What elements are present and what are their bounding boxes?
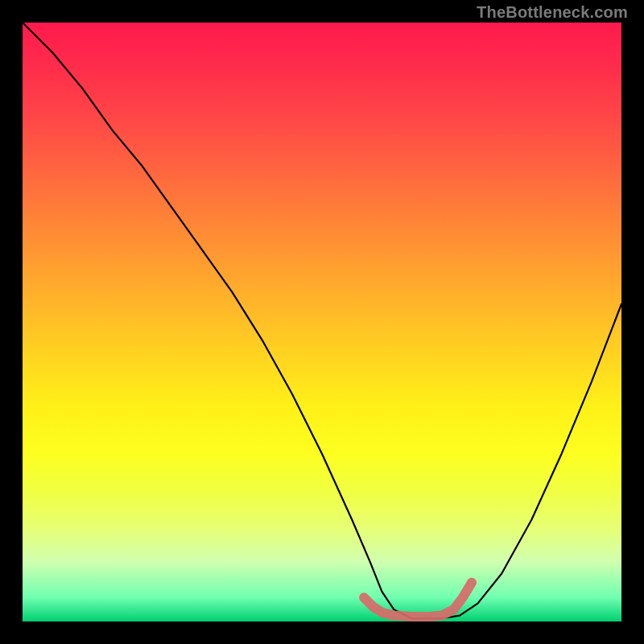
bottleneck-curve: [23, 23, 621, 618]
plot-area: [23, 23, 621, 621]
chart-container: TheBottleneck.com: [0, 0, 644, 644]
watermark-text: TheBottleneck.com: [477, 3, 628, 22]
optimal-range-marker: [364, 583, 472, 617]
chart-svg: [23, 23, 621, 621]
curve-group: [23, 23, 621, 618]
